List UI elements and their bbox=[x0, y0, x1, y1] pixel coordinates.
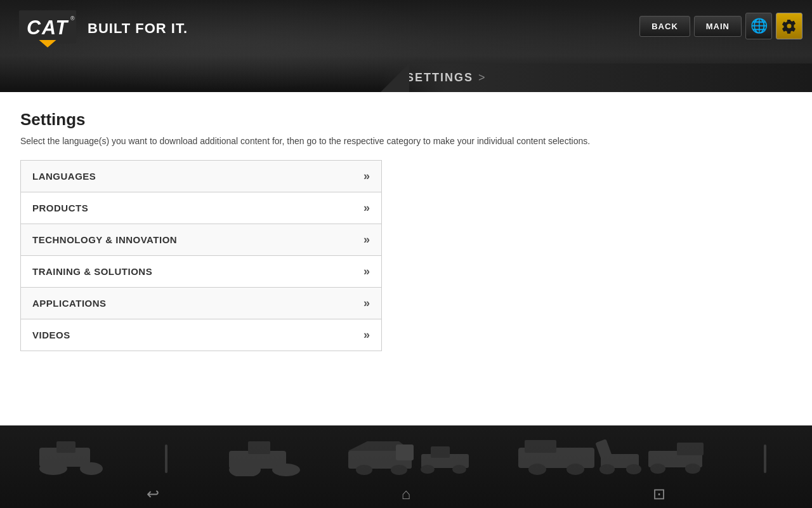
globe-button[interactable]: 🌐 bbox=[745, 13, 772, 39]
footer: ↩ ⌂ ⊡ bbox=[0, 425, 812, 508]
settings-item-applications[interactable]: APPLICATIONS» bbox=[21, 288, 381, 319]
settings-item-label-technology: TECHNOLOGY & INNOVATION bbox=[32, 234, 177, 245]
svg-rect-19 bbox=[431, 446, 450, 458]
settings-item-products[interactable]: PRODUCTS» bbox=[21, 192, 381, 224]
vehicle-1 bbox=[34, 438, 110, 476]
header-logo-area: CAT ® BUILT FOR IT. bbox=[19, 10, 188, 48]
globe-icon: 🌐 bbox=[750, 18, 768, 34]
breadcrumb-text: SETTINGS bbox=[406, 71, 473, 84]
main-content: Settings Select the language(s) you want… bbox=[0, 92, 812, 416]
svg-point-16 bbox=[391, 465, 407, 475]
expand-nav-icon[interactable]: ⊡ bbox=[653, 485, 665, 503]
svg-point-21 bbox=[452, 465, 466, 474]
settings-item-videos[interactable]: VIDEOS» bbox=[21, 319, 381, 351]
svg-point-25 bbox=[566, 464, 584, 475]
settings-item-chevron-videos: » bbox=[363, 328, 370, 342]
svg-point-15 bbox=[356, 465, 372, 475]
cat-logo: CAT ® bbox=[19, 10, 76, 48]
svg-point-33 bbox=[685, 464, 700, 474]
settings-item-chevron-products: » bbox=[363, 201, 370, 215]
svg-point-24 bbox=[528, 464, 546, 475]
svg-point-28 bbox=[599, 464, 615, 474]
back-nav-icon[interactable]: ↩ bbox=[147, 485, 159, 503]
breadcrumb-arrow: > bbox=[478, 71, 485, 84]
page-title: Settings bbox=[20, 110, 792, 130]
settings-item-training[interactable]: TRAINING & SOLUTIONS» bbox=[21, 256, 381, 288]
settings-list: LANGUAGES»PRODUCTS»TECHNOLOGY & INNOVATI… bbox=[20, 160, 382, 351]
settings-item-label-applications: APPLICATIONS bbox=[32, 298, 107, 309]
header-nav-buttons: BACK MAIN 🌐 bbox=[639, 13, 802, 39]
svg-text:®: ® bbox=[70, 15, 75, 22]
main-button[interactable]: MAIN bbox=[694, 16, 742, 37]
settings-item-label-videos: VIDEOS bbox=[32, 330, 70, 340]
svg-rect-7 bbox=[56, 441, 75, 453]
settings-item-technology[interactable]: TECHNOLOGY & INNOVATION» bbox=[21, 224, 381, 256]
footer-vehicles bbox=[0, 425, 812, 483]
svg-rect-8 bbox=[165, 444, 167, 473]
breadcrumb-banner: SETTINGS > bbox=[381, 64, 812, 92]
vehicle-3 bbox=[348, 435, 475, 476]
vehicle-divider-2 bbox=[752, 438, 778, 476]
back-button[interactable]: BACK bbox=[639, 16, 690, 37]
settings-item-label-products: PRODUCTS bbox=[32, 203, 88, 213]
settings-item-label-languages: LANGUAGES bbox=[32, 171, 96, 182]
page-description: Select the language(s) you want to downl… bbox=[20, 136, 792, 146]
settings-item-languages[interactable]: LANGUAGES» bbox=[21, 161, 381, 192]
settings-item-chevron-applications: » bbox=[363, 297, 370, 310]
settings-item-chevron-technology: » bbox=[363, 233, 370, 246]
svg-rect-17 bbox=[396, 444, 414, 460]
svg-point-20 bbox=[421, 465, 435, 474]
settings-button[interactable] bbox=[776, 13, 802, 39]
header: CAT ® BUILT FOR IT. BACK MAIN 🌐 SETTINGS… bbox=[0, 0, 812, 92]
settings-item-chevron-languages: » bbox=[363, 170, 370, 183]
vehicle-divider-1 bbox=[154, 438, 179, 476]
settings-item-label-training: TRAINING & SOLUTIONS bbox=[32, 266, 152, 277]
vehicle-2 bbox=[223, 438, 305, 476]
home-nav-icon[interactable]: ⌂ bbox=[402, 485, 411, 503]
svg-point-29 bbox=[626, 464, 641, 474]
vehicle-4 bbox=[518, 435, 709, 476]
svg-point-6 bbox=[80, 462, 103, 475]
svg-text:CAT: CAT bbox=[27, 17, 69, 38]
cat-logo-svg: CAT ® bbox=[19, 8, 76, 50]
footer-icons-row: ↩ ⌂ ⊡ bbox=[0, 485, 812, 503]
svg-rect-23 bbox=[525, 440, 556, 453]
svg-point-32 bbox=[650, 464, 665, 474]
settings-item-chevron-training: » bbox=[363, 265, 370, 278]
svg-rect-12 bbox=[248, 441, 270, 454]
svg-rect-31 bbox=[677, 443, 704, 455]
svg-rect-34 bbox=[764, 444, 766, 473]
svg-marker-1 bbox=[39, 40, 56, 48]
tagline: BUILT FOR IT. bbox=[88, 20, 188, 37]
svg-point-11 bbox=[272, 464, 300, 476]
gear-icon bbox=[782, 18, 797, 34]
